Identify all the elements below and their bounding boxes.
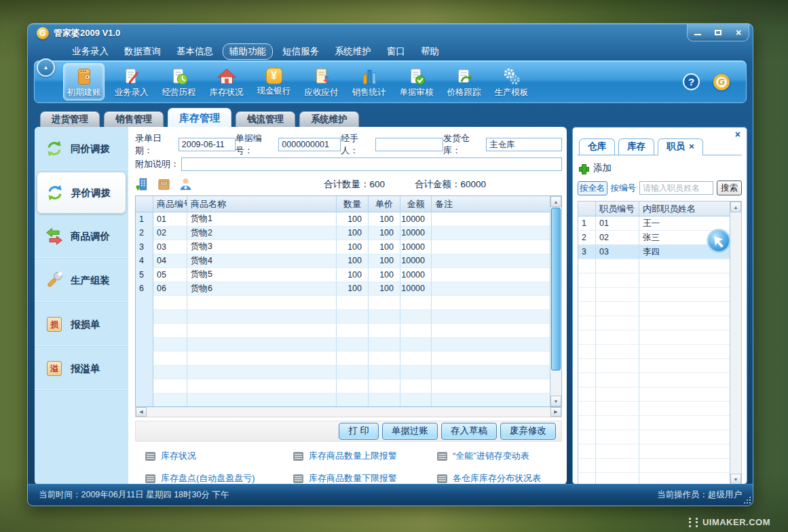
toolbar-business-entry[interactable]: 业务录入 [111,63,152,100]
tab-purchase[interactable]: 进货管理 [40,111,100,127]
toolbar-production-template[interactable]: 生产模板 [491,63,532,100]
toolbar-receivable-payable[interactable]: 应收应付 [301,63,342,100]
link-allround-change-report[interactable]: “全能”进销存变动表 [437,450,562,462]
link-warehouse-distribution[interactable]: 各仓库库存分布状况表 [437,472,562,484]
sidebar-item-overflow-report[interactable]: 溢 报溢单 [35,347,128,391]
scroll-right-icon[interactable]: ▶ [550,407,561,417]
link-stock-status[interactable]: 库存状况 [145,450,293,462]
menu-window[interactable]: 窗口 [381,44,411,59]
minimize-button[interactable] [688,24,708,41]
save-draft-button[interactable]: 存入草稿 [441,423,497,440]
toolbar-history[interactable]: 经营历程 [158,63,200,100]
empty-row[interactable] [136,352,550,366]
warehouse-icon[interactable] [135,177,149,191]
menu-business-entry[interactable]: 业务录入 [66,44,115,59]
toolbar-doc-audit[interactable]: 单据审核 [396,63,437,100]
empty-staff-row[interactable] [578,459,730,473]
resize-grip[interactable] [743,496,751,504]
handler-input[interactable] [375,138,443,151]
doc-no-input[interactable] [278,138,341,151]
empty-row[interactable] [136,366,550,380]
empty-staff-row[interactable] [578,288,730,302]
table-row[interactable]: 5 05 货物5 100 100 10000 [136,268,550,282]
tab-close-icon[interactable]: × [689,141,694,151]
empty-staff-row[interactable] [578,345,730,359]
link-lower-limit-alert[interactable]: 库存商品数量下限报警 [293,472,437,484]
print-button[interactable]: 打 印 [339,423,379,440]
collapse-toolbar-button[interactable]: ▲ [37,58,55,77]
toolbar-cash-bank[interactable]: ¥ 现金银行 [253,63,295,100]
empty-row[interactable] [136,296,550,310]
panel-close-icon[interactable]: × [735,129,740,140]
note-input[interactable] [181,157,562,171]
empty-staff-row[interactable] [578,430,730,444]
warehouse-input[interactable] [486,138,562,151]
empty-staff-row[interactable] [578,387,730,402]
scroll-down-icon[interactable]: ▼ [550,396,561,406]
stock-box-icon[interactable] [157,177,171,191]
scroll-up-icon[interactable]: ▲ [730,202,741,212]
sidebar-item-loss-report[interactable]: 损 报损单 [35,303,128,347]
empty-row[interactable] [136,338,550,352]
search-by-name-toggle[interactable]: 按全名 [578,181,607,195]
maximize-button[interactable] [708,24,728,41]
post-button[interactable]: 单据过账 [382,423,438,440]
empty-staff-row[interactable] [578,330,730,345]
tab-system[interactable]: 系统维护 [299,111,359,127]
panel-tab-warehouse[interactable]: 仓库 [579,138,615,155]
tab-inventory[interactable]: 库存管理 [168,108,231,127]
search-by-code-toggle[interactable]: 按编号 [611,183,637,194]
scroll-down-icon[interactable]: ▼ [730,474,741,484]
scrollbar-thumb[interactable] [551,208,561,370]
menu-basic-info[interactable]: 基本信息 [170,44,219,59]
staff-person-icon[interactable] [179,177,193,191]
sidebar-item-diff-price-transfer[interactable]: 异价调拨 [37,172,126,214]
table-row[interactable]: 2 02 货物2 100 100 10000 [136,227,550,241]
empty-staff-row[interactable] [578,316,730,330]
toolbar-init-ledger[interactable]: 初期建账 [63,63,105,100]
link-upper-limit-alert[interactable]: 库存商品数量上限报警 [293,450,437,462]
empty-staff-row[interactable] [578,444,730,459]
vertical-scrollbar[interactable]: ▲ ▼ [550,196,561,406]
empty-row[interactable] [136,310,550,324]
menu-data-query[interactable]: 数据查询 [118,44,167,59]
toolbar-sales-stats[interactable]: 销售统计 [348,63,390,100]
empty-staff-row[interactable] [578,359,730,373]
empty-staff-row[interactable] [578,416,730,430]
close-button[interactable]: × [728,24,749,41]
menu-sms-service[interactable]: 短信服务 [276,44,325,59]
sidebar-item-reprice[interactable]: 商品调价 [35,214,128,259]
panel-tab-staff[interactable]: 职员× [658,138,703,155]
menu-aux-functions[interactable]: 辅助功能 [223,43,273,60]
add-row[interactable]: 添加 [578,155,742,180]
table-row[interactable]: 4 04 货物4 100 100 10000 [136,254,550,269]
horizontal-scrollbar[interactable]: ◀ ▶ [135,407,562,417]
menu-help[interactable]: 帮助 [415,44,445,59]
tab-cashflow[interactable]: 钱流管理 [236,111,295,127]
link-stocktaking[interactable]: 库存盘点(自动盘盈盘亏) [145,472,293,484]
empty-staff-row[interactable] [578,302,730,316]
staff-search-input[interactable] [639,181,713,195]
help-icon[interactable]: ? [683,73,700,90]
empty-row[interactable] [136,379,550,394]
panel-tab-stock[interactable]: 库存 [618,138,654,155]
empty-staff-row[interactable] [578,373,730,387]
tab-sales[interactable]: 销售管理 [104,111,164,127]
empty-row[interactable] [136,324,550,338]
date-input[interactable] [179,138,236,151]
discard-button[interactable]: 废弃修改 [500,423,556,440]
empty-staff-row[interactable] [578,473,730,484]
empty-staff-row[interactable] [578,273,730,288]
table-row[interactable]: 3 03 货物3 100 100 10000 [136,240,550,254]
toolbar-stock-status[interactable]: 库存状况 [206,63,247,100]
menu-system-maintain[interactable]: 系统维护 [329,44,377,59]
sidebar-item-assembly[interactable]: 生产组装 [35,259,128,303]
empty-row[interactable] [136,394,550,407]
toolbar-price-track[interactable]: 价格跟踪 [443,63,485,100]
empty-staff-row[interactable] [578,259,730,273]
table-row[interactable]: 1 01 货物1 100 100 10000 [136,212,550,227]
scroll-left-icon[interactable]: ◀ [136,407,147,417]
search-button[interactable]: 搜索 [717,180,742,195]
table-row[interactable]: 6 06 货物6 100 100 10000 [136,282,550,297]
sidebar-item-same-price-transfer[interactable]: 同价调拨 [35,127,128,171]
